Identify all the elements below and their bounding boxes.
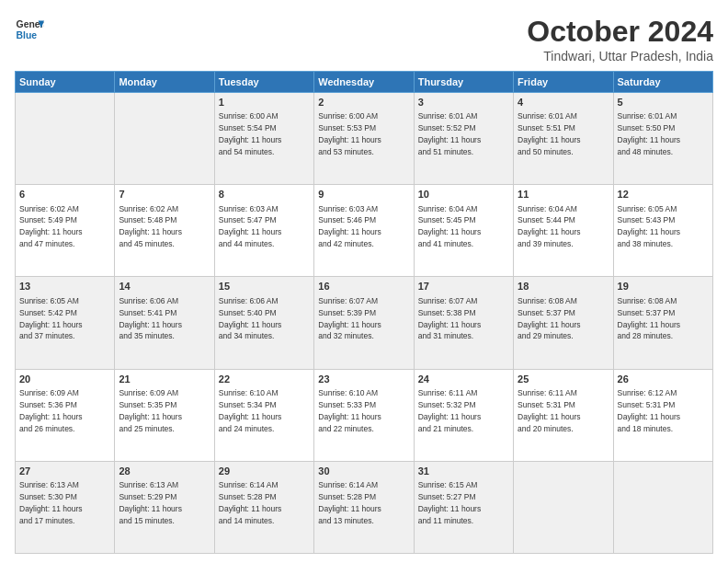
day-number: 21	[119, 373, 210, 386]
weekday-header-row: SundayMondayTuesdayWednesdayThursdayFrid…	[16, 72, 713, 93]
calendar-cell: 26Sunrise: 6:12 AM Sunset: 5:31 PM Dayli…	[613, 369, 712, 461]
weekday-header: Sunday	[16, 72, 115, 93]
weekday-header: Wednesday	[314, 72, 414, 93]
day-info: Sunrise: 6:11 AM Sunset: 5:32 PM Dayligh…	[418, 388, 482, 433]
day-info: Sunrise: 6:05 AM Sunset: 5:43 PM Dayligh…	[618, 204, 681, 249]
day-number: 12	[618, 188, 709, 201]
day-number: 30	[318, 465, 409, 478]
day-info: Sunrise: 6:01 AM Sunset: 5:51 PM Dayligh…	[518, 111, 581, 156]
weekday-header: Thursday	[414, 72, 513, 93]
day-info: Sunrise: 6:14 AM Sunset: 5:28 PM Dayligh…	[318, 480, 381, 525]
day-info: Sunrise: 6:02 AM Sunset: 5:48 PM Dayligh…	[119, 204, 182, 249]
calendar-cell: 21Sunrise: 6:09 AM Sunset: 5:35 PM Dayli…	[115, 369, 214, 461]
calendar-cell: 19Sunrise: 6:08 AM Sunset: 5:37 PM Dayli…	[613, 277, 712, 369]
calendar-cell: 9Sunrise: 6:03 AM Sunset: 5:46 PM Daylig…	[314, 185, 414, 277]
day-info: Sunrise: 6:03 AM Sunset: 5:46 PM Dayligh…	[318, 204, 381, 249]
day-info: Sunrise: 6:14 AM Sunset: 5:28 PM Dayligh…	[219, 480, 282, 525]
calendar-cell	[16, 93, 115, 185]
day-info: Sunrise: 6:13 AM Sunset: 5:30 PM Dayligh…	[19, 480, 83, 525]
day-info: Sunrise: 6:03 AM Sunset: 5:47 PM Dayligh…	[219, 204, 282, 249]
calendar-cell: 16Sunrise: 6:07 AM Sunset: 5:39 PM Dayli…	[314, 277, 414, 369]
month-title: October 2024	[527, 15, 713, 49]
calendar-cell: 4Sunrise: 6:01 AM Sunset: 5:51 PM Daylig…	[514, 93, 613, 185]
day-info: Sunrise: 6:06 AM Sunset: 5:41 PM Dayligh…	[119, 296, 182, 341]
weekday-header: Tuesday	[214, 72, 313, 93]
day-info: Sunrise: 6:15 AM Sunset: 5:27 PM Dayligh…	[418, 480, 482, 525]
calendar-cell: 31Sunrise: 6:15 AM Sunset: 5:27 PM Dayli…	[414, 461, 513, 553]
calendar-cell: 10Sunrise: 6:04 AM Sunset: 5:45 PM Dayli…	[414, 185, 513, 277]
day-number: 29	[219, 465, 310, 478]
calendar-week-row: 1Sunrise: 6:00 AM Sunset: 5:54 PM Daylig…	[16, 93, 713, 185]
logo-icon: General Blue	[15, 15, 44, 44]
title-block: October 2024 Tindwari, Uttar Pradesh, In…	[527, 15, 713, 63]
day-number: 6	[19, 188, 110, 201]
day-number: 4	[518, 96, 609, 109]
calendar-week-row: 6Sunrise: 6:02 AM Sunset: 5:49 PM Daylig…	[16, 185, 713, 277]
calendar-cell: 2Sunrise: 6:00 AM Sunset: 5:53 PM Daylig…	[314, 93, 414, 185]
day-info: Sunrise: 6:09 AM Sunset: 5:35 PM Dayligh…	[119, 388, 182, 433]
calendar-cell: 3Sunrise: 6:01 AM Sunset: 5:52 PM Daylig…	[414, 93, 513, 185]
calendar-week-row: 27Sunrise: 6:13 AM Sunset: 5:30 PM Dayli…	[16, 461, 713, 553]
day-info: Sunrise: 6:07 AM Sunset: 5:39 PM Dayligh…	[318, 296, 381, 341]
day-info: Sunrise: 6:02 AM Sunset: 5:49 PM Dayligh…	[19, 204, 83, 249]
weekday-header: Saturday	[613, 72, 712, 93]
day-number: 3	[418, 96, 509, 109]
calendar-cell: 7Sunrise: 6:02 AM Sunset: 5:48 PM Daylig…	[115, 185, 214, 277]
location: Tindwari, Uttar Pradesh, India	[527, 49, 713, 63]
day-info: Sunrise: 6:04 AM Sunset: 5:44 PM Dayligh…	[518, 204, 581, 249]
calendar-cell: 11Sunrise: 6:04 AM Sunset: 5:44 PM Dayli…	[514, 185, 613, 277]
calendar-cell: 18Sunrise: 6:08 AM Sunset: 5:37 PM Dayli…	[514, 277, 613, 369]
day-number: 17	[418, 280, 509, 293]
day-number: 27	[19, 465, 110, 478]
calendar-cell: 14Sunrise: 6:06 AM Sunset: 5:41 PM Dayli…	[115, 277, 214, 369]
calendar-week-row: 20Sunrise: 6:09 AM Sunset: 5:36 PM Dayli…	[16, 369, 713, 461]
day-number: 19	[618, 280, 709, 293]
calendar-cell: 28Sunrise: 6:13 AM Sunset: 5:29 PM Dayli…	[115, 461, 214, 553]
svg-text:Blue: Blue	[17, 30, 38, 40]
day-number: 14	[119, 280, 210, 293]
day-info: Sunrise: 6:01 AM Sunset: 5:50 PM Dayligh…	[618, 111, 681, 156]
day-info: Sunrise: 6:01 AM Sunset: 5:52 PM Dayligh…	[418, 111, 482, 156]
calendar-cell: 27Sunrise: 6:13 AM Sunset: 5:30 PM Dayli…	[16, 461, 115, 553]
day-number: 22	[219, 373, 310, 386]
calendar-cell: 22Sunrise: 6:10 AM Sunset: 5:34 PM Dayli…	[214, 369, 313, 461]
day-info: Sunrise: 6:08 AM Sunset: 5:37 PM Dayligh…	[518, 296, 581, 341]
day-number: 5	[618, 96, 709, 109]
weekday-header: Monday	[115, 72, 214, 93]
day-number: 2	[318, 96, 409, 109]
calendar-cell	[514, 461, 613, 553]
day-number: 31	[418, 465, 509, 478]
calendar-cell: 12Sunrise: 6:05 AM Sunset: 5:43 PM Dayli…	[613, 185, 712, 277]
day-info: Sunrise: 6:09 AM Sunset: 5:36 PM Dayligh…	[19, 388, 83, 433]
calendar-page: General Blue October 2024 Tindwari, Utta…	[0, 0, 728, 563]
calendar-table: SundayMondayTuesdayWednesdayThursdayFrid…	[15, 71, 713, 554]
day-info: Sunrise: 6:08 AM Sunset: 5:37 PM Dayligh…	[618, 296, 681, 341]
calendar-cell: 23Sunrise: 6:10 AM Sunset: 5:33 PM Dayli…	[314, 369, 414, 461]
day-info: Sunrise: 6:04 AM Sunset: 5:45 PM Dayligh…	[418, 204, 482, 249]
day-number: 16	[318, 280, 409, 293]
calendar-cell: 6Sunrise: 6:02 AM Sunset: 5:49 PM Daylig…	[16, 185, 115, 277]
day-number: 24	[418, 373, 509, 386]
day-number: 7	[119, 188, 210, 201]
day-info: Sunrise: 6:07 AM Sunset: 5:38 PM Dayligh…	[418, 296, 482, 341]
day-number: 8	[219, 188, 310, 201]
day-number: 23	[318, 373, 409, 386]
day-number: 10	[418, 188, 509, 201]
calendar-cell: 15Sunrise: 6:06 AM Sunset: 5:40 PM Dayli…	[214, 277, 313, 369]
calendar-cell: 17Sunrise: 6:07 AM Sunset: 5:38 PM Dayli…	[414, 277, 513, 369]
day-number: 28	[119, 465, 210, 478]
day-number: 11	[518, 188, 609, 201]
calendar-cell: 25Sunrise: 6:11 AM Sunset: 5:31 PM Dayli…	[514, 369, 613, 461]
day-number: 20	[19, 373, 110, 386]
calendar-cell	[115, 93, 214, 185]
calendar-cell: 5Sunrise: 6:01 AM Sunset: 5:50 PM Daylig…	[613, 93, 712, 185]
day-number: 9	[318, 188, 409, 201]
calendar-cell: 1Sunrise: 6:00 AM Sunset: 5:54 PM Daylig…	[214, 93, 313, 185]
day-number: 1	[219, 96, 310, 109]
day-info: Sunrise: 6:10 AM Sunset: 5:33 PM Dayligh…	[318, 388, 381, 433]
calendar-cell: 20Sunrise: 6:09 AM Sunset: 5:36 PM Dayli…	[16, 369, 115, 461]
calendar-cell: 30Sunrise: 6:14 AM Sunset: 5:28 PM Dayli…	[314, 461, 414, 553]
day-info: Sunrise: 6:06 AM Sunset: 5:40 PM Dayligh…	[219, 296, 282, 341]
day-info: Sunrise: 6:10 AM Sunset: 5:34 PM Dayligh…	[219, 388, 282, 433]
calendar-body: 1Sunrise: 6:00 AM Sunset: 5:54 PM Daylig…	[16, 93, 713, 554]
